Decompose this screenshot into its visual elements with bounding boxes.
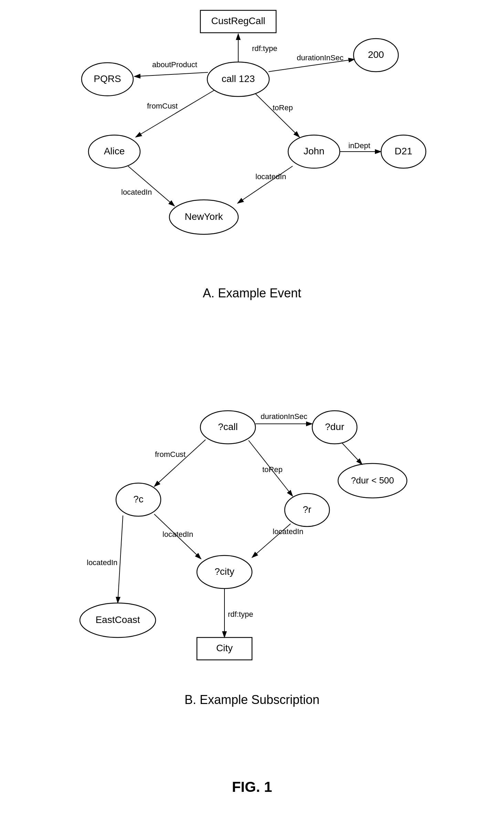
edge-label-durationinsec-a: durationInSec	[297, 53, 344, 62]
edge-label-fromcust: fromCust	[147, 102, 178, 110]
divider	[0, 379, 504, 393]
edge-label-indept: inDept	[348, 141, 370, 150]
label-qc: ?c	[133, 494, 144, 504]
edge-call123-alice	[136, 90, 214, 137]
section-b: ?call ?dur ?dur < 500 ?c ?r ?city EastCo…	[0, 393, 504, 772]
edge-label-locatedin-r: locatedIn	[273, 527, 303, 536]
edge-label-locatedin-c: locatedIn	[162, 530, 193, 539]
label-qdur500: ?dur < 500	[351, 475, 394, 486]
label-200: 200	[368, 49, 384, 60]
edge-label-locatedin-alice: locatedIn	[121, 188, 152, 196]
edge-label-torep-a: toRep	[273, 103, 293, 112]
edge-label-locatedin-ec: locatedIn	[87, 558, 117, 567]
edge-label-locatedin-john: locatedIn	[255, 172, 286, 181]
edge-label-rdftype: rdf:type	[252, 44, 277, 53]
label-custregcall: CustRegCall	[211, 16, 265, 26]
diagram-a-svg: CustRegCall call 123 PQRS 200 Alice John…	[45, 0, 459, 283]
label-qcall: ?call	[218, 421, 238, 432]
edge-label-fromcust-b: fromCust	[155, 450, 186, 459]
label-qcity: ?city	[214, 566, 234, 577]
label-qr: ?r	[303, 504, 312, 515]
edge-alice-newyork	[128, 166, 175, 206]
label-qdur: ?dur	[325, 421, 344, 432]
edge-call123-pqrs	[134, 72, 208, 76]
fig-label: FIG. 1	[0, 772, 504, 806]
edge-qdur-qdur500	[342, 443, 362, 464]
diagram-b-svg: ?call ?dur ?dur < 500 ?c ?r ?city EastCo…	[45, 393, 459, 689]
label-pqrs: PQRS	[94, 73, 121, 84]
label-city: City	[216, 643, 233, 653]
label-call123: call 123	[222, 73, 255, 84]
page-container: CustRegCall call 123 PQRS 200 Alice John…	[0, 0, 504, 817]
edge-john-newyork	[238, 166, 293, 203]
label-eastcoast: EastCoast	[95, 614, 140, 625]
section-b-label: B. Example Subscription	[0, 689, 504, 711]
edge-call123-john	[255, 94, 300, 137]
label-alice: Alice	[104, 146, 125, 156]
edge-qc-eastcoast	[118, 515, 123, 603]
label-d21: D21	[395, 146, 412, 156]
section-a: CustRegCall call 123 PQRS 200 Alice John…	[0, 0, 504, 379]
section-a-label: A. Example Event	[0, 283, 504, 304]
edge-label-torep-b: toRep	[262, 465, 283, 474]
edge-label-aboutproduct: aboutProduct	[152, 60, 197, 69]
label-newyork: NewYork	[185, 211, 223, 222]
edge-label-rdftype-b: rdf:type	[228, 610, 253, 619]
edge-label-durationinsec-b: durationInSec	[261, 412, 307, 421]
label-john: John	[304, 146, 325, 156]
edge-qcall-qc	[154, 440, 206, 487]
